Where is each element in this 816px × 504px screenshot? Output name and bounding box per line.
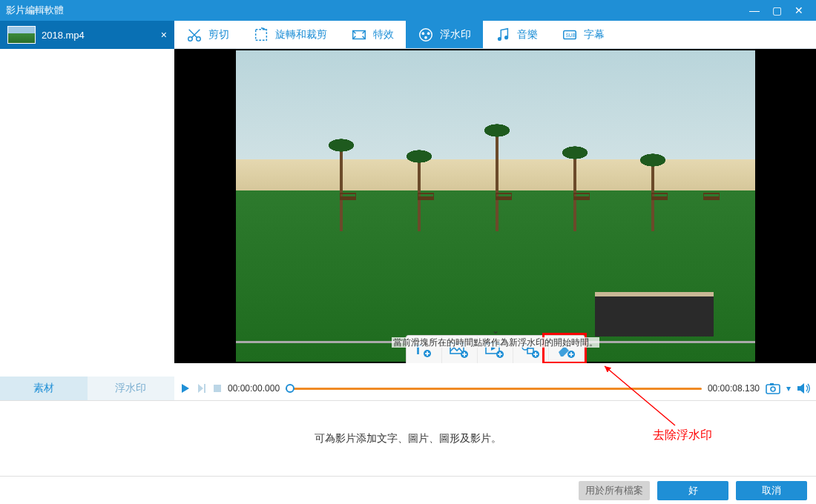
- scissors-icon: [186, 27, 203, 43]
- sidebar: 素材 浮水印: [0, 49, 174, 400]
- scene-chair: [651, 193, 668, 200]
- volume-button[interactable]: [797, 382, 810, 394]
- maximize-button[interactable]: ▢: [766, 4, 788, 16]
- chevron-down-icon[interactable]: ⌄: [492, 325, 499, 336]
- sidebar-tabs: 素材 浮水印: [0, 377, 174, 400]
- tab-cut[interactable]: 剪切: [174, 21, 241, 48]
- time-end: 00:00:08.130: [708, 383, 760, 394]
- svg-point-25: [771, 387, 775, 391]
- eraser-plus-icon: [556, 341, 576, 359]
- ok-button[interactable]: 好: [657, 481, 728, 500]
- remove-watermark-button[interactable]: [549, 336, 585, 363]
- volume-icon: [797, 382, 810, 394]
- watermark-toolbar: ⌄ T: [406, 335, 585, 363]
- video-preview[interactable]: ⌄ T: [174, 49, 816, 363]
- scene-chair: [496, 193, 512, 200]
- stop-button[interactable]: [213, 384, 222, 393]
- tab-watermark[interactable]: 浮水印: [406, 21, 483, 48]
- music-icon: [495, 27, 511, 43]
- step-button[interactable]: [197, 383, 207, 394]
- film-icon: [351, 27, 367, 43]
- svg-rect-2: [256, 29, 267, 40]
- screenshot-button[interactable]: [766, 382, 780, 394]
- crop-icon: [253, 27, 269, 43]
- scene-palm: [340, 150, 343, 231]
- svg-point-5: [422, 32, 425, 35]
- svg-point-6: [427, 32, 430, 35]
- add-shape-watermark-button[interactable]: [513, 336, 549, 363]
- timeline-playhead[interactable]: [286, 384, 295, 393]
- file-tab[interactable]: 2018.mp4 ×: [0, 21, 174, 49]
- file-name: 2018.mp4: [42, 30, 161, 41]
- svg-rect-24: [766, 385, 780, 394]
- add-text-watermark-button[interactable]: T: [407, 336, 442, 363]
- tab-label: 音樂: [517, 28, 538, 42]
- apply-all-button[interactable]: 用於所有檔案: [579, 481, 650, 500]
- tab-subtitle[interactable]: SUB 字幕: [550, 21, 616, 48]
- svg-point-7: [424, 36, 427, 39]
- subtitle-icon: SUB: [562, 27, 578, 43]
- timeline-row: 00:00:00.000 00:00:08.130 ▾: [174, 377, 816, 400]
- tab-label: 字幕: [584, 28, 605, 42]
- svg-point-4: [420, 28, 432, 41]
- scene-chair: [703, 193, 720, 200]
- scene-chair: [418, 193, 434, 200]
- text-plus-icon: T: [414, 341, 433, 359]
- top-zone: 2018.mp4 × 剪切 旋轉和裁剪 特效 浮水印: [0, 21, 816, 49]
- svg-point-9: [505, 36, 508, 39]
- scene-chair: [573, 193, 590, 200]
- minimize-button[interactable]: —: [743, 4, 766, 16]
- preview-area: ⌄ T 當前滑塊所在的時間點將作為新浮水印的開始時間。: [174, 49, 816, 400]
- watermark-icon: [418, 27, 434, 43]
- tab-label: 剪切: [208, 28, 229, 42]
- scene-chair: [340, 193, 356, 200]
- svg-rect-22: [204, 384, 205, 393]
- sidebar-tab-watermark[interactable]: 浮水印: [88, 377, 175, 400]
- cancel-button[interactable]: 取消: [736, 481, 807, 500]
- scene-palm: [496, 135, 499, 231]
- tab-label: 旋轉和裁剪: [275, 28, 327, 42]
- svg-rect-23: [214, 385, 221, 392]
- svg-rect-26: [770, 383, 774, 385]
- file-thumbnail: [7, 26, 36, 44]
- svg-point-8: [499, 37, 501, 40]
- timeline-track[interactable]: [286, 385, 702, 391]
- video-frame: [236, 50, 755, 362]
- tab-effects[interactable]: 特效: [339, 21, 406, 48]
- button-row: 用於所有檔案 好 取消: [0, 476, 816, 504]
- timeline-line: [286, 388, 702, 390]
- window-title: 影片編輯軟體: [6, 4, 743, 17]
- sidebar-tab-material[interactable]: 素材: [0, 377, 88, 400]
- annotation-label: 去除浮水印: [653, 428, 712, 443]
- add-image-watermark-button[interactable]: [442, 336, 478, 363]
- tab-music[interactable]: 音樂: [483, 21, 550, 48]
- scene-table: [595, 292, 714, 336]
- camera-icon: [766, 382, 780, 394]
- time-start: 00:00:00.000: [228, 383, 280, 394]
- play-icon: [180, 383, 191, 394]
- bottom-description: 可為影片添加文字、圖片、圖形及影片。: [315, 432, 501, 445]
- shape-plus-icon: [521, 341, 540, 359]
- tab-label: 浮水印: [440, 28, 471, 42]
- close-window-button[interactable]: ✕: [788, 4, 810, 16]
- tab-rotate-crop[interactable]: 旋轉和裁剪: [241, 21, 339, 48]
- sidebar-list: [0, 49, 174, 377]
- title-bar: 影片編輯軟體 — ▢ ✕: [0, 0, 816, 21]
- tab-label: 特效: [373, 28, 394, 42]
- svg-text:T: T: [414, 342, 422, 357]
- main-tabs: 剪切 旋轉和裁剪 特效 浮水印 音樂: [174, 21, 816, 49]
- bottom-panel: 可為影片添加文字、圖片、圖形及影片。 去除浮水印: [0, 400, 816, 476]
- svg-text:SUB: SUB: [566, 32, 576, 37]
- dropdown-arrow-icon[interactable]: ▾: [786, 383, 791, 394]
- workspace: 素材 浮水印 ⌄: [0, 49, 816, 400]
- play-button[interactable]: [180, 383, 191, 394]
- video-plus-icon: [485, 341, 504, 359]
- image-plus-icon: [450, 341, 469, 359]
- close-file-button[interactable]: ×: [161, 29, 167, 41]
- step-icon: [197, 383, 207, 394]
- stop-icon: [213, 384, 222, 393]
- add-video-watermark-button[interactable]: [478, 336, 513, 363]
